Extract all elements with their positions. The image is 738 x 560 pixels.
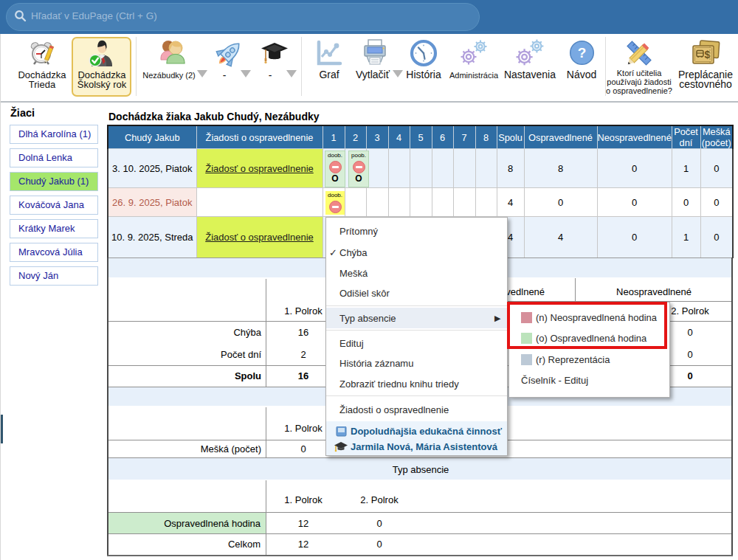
- svg-text:?: ?: [578, 45, 587, 61]
